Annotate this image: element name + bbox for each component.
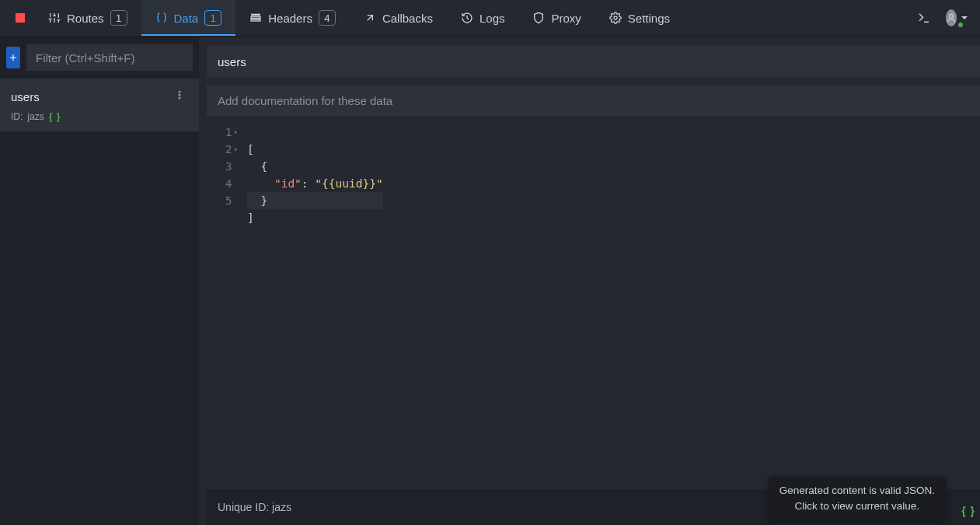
headers-icon [249,12,262,24]
svg-rect-1 [251,17,260,19]
unique-id-label: Unique ID: [218,501,269,513]
sliders-icon [48,12,61,24]
documentation-input[interactable] [207,85,980,116]
terminal-button[interactable] [913,7,935,29]
content-footer: Unique ID: jazs Generated content is val… [207,489,980,525]
svg-rect-0 [251,14,260,16]
json-valid-tooltip: Generated content is valid JSON. Click t… [769,477,946,521]
braces-icon [155,12,168,24]
svg-point-5 [179,91,180,93]
tab-label: Callbacks [382,12,433,25]
gear-icon [609,12,622,24]
sidebar: users ID: jazs { } [0,37,199,525]
tab-data[interactable]: Data 1 [141,0,236,36]
nav-tabs: Routes 1 Data 1 Headers 4 Callbacks [34,0,684,36]
unique-id-value: jazs [272,501,291,513]
plus-icon [8,52,19,63]
list-item-title: users [11,90,40,103]
more-vertical-icon [174,89,185,100]
user-menu[interactable] [946,7,968,29]
svg-rect-2 [251,19,260,21]
item-menu-button[interactable] [171,86,188,107]
tab-logs[interactable]: Logs [447,0,519,36]
tab-label: Settings [628,12,670,25]
editor-code[interactable]: [ { "id": "{{uuid}}" } ] [242,122,383,489]
tab-headers[interactable]: Headers 4 [235,0,350,36]
tab-badge: 4 [319,10,336,26]
fold-icon[interactable]: ▾ [234,124,238,141]
record-button[interactable] [6,0,34,36]
nav-right [913,7,974,29]
arrow-up-right-icon [364,12,376,24]
add-data-button[interactable] [6,47,20,68]
tab-label: Data [174,12,199,25]
chevron-down-icon [961,16,968,19]
main: users ID: jazs { } 1▾ 2▾ 3▾ 4▾ 5▾ [ [0,37,980,525]
fold-icon[interactable]: ▾ [234,141,238,158]
tab-label: Routes [67,12,104,25]
history-icon [461,12,473,24]
stop-icon [16,13,25,23]
top-nav: Routes 1 Data 1 Headers 4 Callbacks [0,0,980,37]
online-indicator [957,22,964,28]
data-list-item[interactable]: users ID: jazs { } [0,79,199,131]
shield-icon [532,12,545,24]
sidebar-top [0,37,199,79]
data-name-input[interactable] [207,46,980,77]
json-valid-button[interactable]: { } [961,505,975,517]
svg-point-6 [179,94,180,96]
tab-routes[interactable]: Routes 1 [34,0,141,36]
svg-point-7 [179,97,180,99]
tab-badge: 1 [204,10,221,26]
tab-label: Proxy [551,12,581,25]
terminal-icon [917,11,931,25]
user-avatar-icon [946,9,957,26]
tab-badge: 1 [110,10,127,26]
tab-settings[interactable]: Settings [595,0,684,36]
svg-point-3 [614,16,617,19]
code-editor[interactable]: 1▾ 2▾ 3▾ 4▾ 5▾ [ { "id": "{{uuid}}" } ] [207,122,980,489]
tab-callbacks[interactable]: Callbacks [350,0,447,36]
tab-label: Headers [268,12,312,25]
editor-gutter: 1▾ 2▾ 3▾ 4▾ 5▾ [207,122,242,489]
content: 1▾ 2▾ 3▾ 4▾ 5▾ [ { "id": "{{uuid}}" } ] … [199,37,980,525]
list-item-meta: ID: jazs { } [11,111,188,122]
svg-point-4 [950,14,954,18]
tab-proxy[interactable]: Proxy [518,0,595,36]
tab-label: Logs [480,12,505,25]
braces-icon: { } [961,505,975,517]
json-icon: { } [49,111,61,122]
filter-input[interactable] [26,44,193,71]
